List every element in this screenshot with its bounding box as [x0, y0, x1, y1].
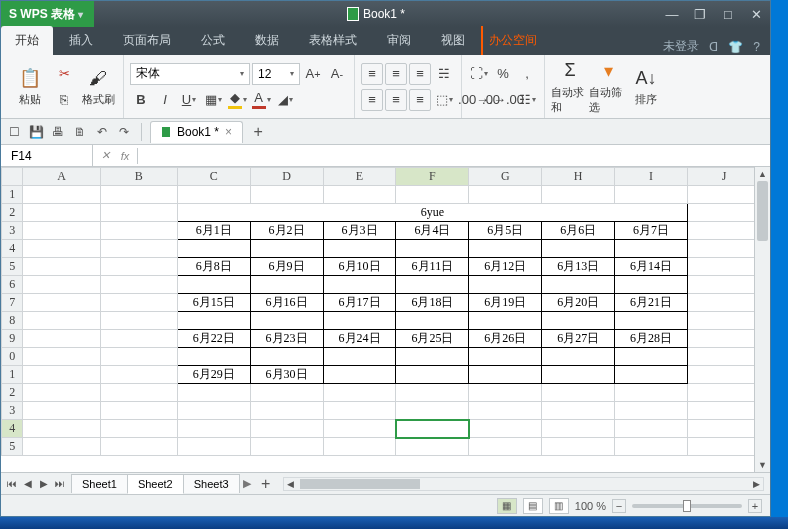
tab-insert[interactable]: 插入 — [55, 26, 107, 55]
cell[interactable]: 6月22日 — [177, 330, 250, 348]
cell[interactable]: 6月6日 — [542, 222, 615, 240]
restore-button[interactable]: ❐ — [686, 1, 714, 27]
tab-layout[interactable]: 页面布局 — [109, 26, 185, 55]
grid-wrap[interactable]: A B C D E F G H I J 1 2 6yue 3 6月1日 6月2日 — [1, 167, 754, 472]
font-size-select[interactable]: 12▾ — [252, 63, 300, 85]
italic-button[interactable]: I — [154, 89, 176, 111]
add-doc-tab-button[interactable]: + — [247, 121, 269, 143]
align-middle-button[interactable]: ≡ — [385, 63, 407, 85]
tab-data[interactable]: 数据 — [241, 26, 293, 55]
cell[interactable]: 6月10日 — [323, 258, 396, 276]
col-G[interactable]: G — [469, 168, 542, 186]
cell[interactable]: 6月25日 — [396, 330, 469, 348]
cell[interactable]: 6月29日 — [177, 366, 250, 384]
row-11[interactable]: 1 — [2, 366, 23, 384]
align-top-button[interactable]: ≡ — [361, 63, 383, 85]
fx-icon[interactable]: fx — [117, 148, 133, 164]
cell[interactable] — [396, 366, 469, 384]
windows-taskbar[interactable] — [0, 517, 788, 529]
tab-office-space[interactable]: 办公空间 — [481, 26, 551, 55]
add-sheet-button[interactable]: + — [255, 473, 277, 495]
active-cell-F14[interactable] — [396, 420, 469, 438]
tab-formula[interactable]: 公式 — [187, 26, 239, 55]
tab-view[interactable]: 视图 — [427, 26, 479, 55]
normal-view-button[interactable]: ▦ — [497, 498, 517, 514]
shirt-icon[interactable]: 👕 — [728, 40, 743, 54]
cell[interactable]: 6月11日 — [396, 258, 469, 276]
tab-table-style[interactable]: 表格样式 — [295, 26, 371, 55]
cell[interactable]: 6月14日 — [615, 258, 688, 276]
col-F[interactable]: F — [396, 168, 469, 186]
row-2[interactable]: 2 — [2, 204, 23, 222]
cut-button[interactable]: ✂ — [53, 63, 75, 85]
cell[interactable] — [542, 366, 615, 384]
cell[interactable]: 6月7日 — [615, 222, 688, 240]
scroll-left-icon[interactable]: ◀ — [284, 478, 298, 490]
save-icon[interactable]: 💾 — [27, 123, 45, 141]
cell[interactable]: 6月21日 — [615, 294, 688, 312]
cell[interactable]: 6月18日 — [396, 294, 469, 312]
cell[interactable]: 6月15日 — [177, 294, 250, 312]
first-sheet-icon[interactable]: ⏮ — [5, 477, 19, 491]
table-title[interactable]: 6yue — [177, 204, 687, 222]
col-I[interactable]: I — [615, 168, 688, 186]
last-sheet-icon[interactable]: ⏭ — [53, 477, 67, 491]
row-4[interactable]: 4 — [2, 240, 23, 258]
scroll-up-icon[interactable]: ▲ — [755, 167, 770, 181]
font-color-button[interactable]: A▾ — [250, 89, 272, 111]
cell[interactable]: 6月16日 — [250, 294, 323, 312]
row-9[interactable]: 9 — [2, 330, 23, 348]
sheet-tab-1[interactable]: Sheet1 — [71, 474, 128, 493]
col-A[interactable]: A — [23, 168, 100, 186]
row-13[interactable]: 3 — [2, 402, 23, 420]
cell[interactable]: 6月27日 — [542, 330, 615, 348]
align-center-button[interactable]: ≡ — [385, 89, 407, 111]
row-8[interactable]: 8 — [2, 312, 23, 330]
merge-cells-button[interactable]: ⬚▾ — [433, 89, 455, 111]
currency-button[interactable]: ⛶▾ — [468, 63, 490, 85]
increase-font-button[interactable]: A+ — [302, 63, 324, 85]
sheet-tab-2[interactable]: Sheet2 — [127, 474, 184, 494]
scroll-right-icon[interactable]: ▶ — [749, 478, 763, 490]
cell[interactable]: 6月5日 — [469, 222, 542, 240]
skin-icon[interactable]: ᗡ — [709, 40, 718, 54]
cell[interactable] — [615, 366, 688, 384]
page-break-view-button[interactable]: ▥ — [549, 498, 569, 514]
sheet-tab-3[interactable]: Sheet3 — [183, 474, 240, 493]
vertical-scrollbar[interactable]: ▲ ▼ — [754, 167, 770, 472]
row-3[interactable]: 3 — [2, 222, 23, 240]
undo-icon[interactable]: ↶ — [93, 123, 111, 141]
cell[interactable]: 6月2日 — [250, 222, 323, 240]
redo-icon[interactable]: ↷ — [115, 123, 133, 141]
doc-tab-close-icon[interactable]: × — [225, 125, 232, 139]
cell[interactable] — [323, 366, 396, 384]
prev-sheet-icon[interactable]: ◀ — [21, 477, 35, 491]
col-B[interactable]: B — [100, 168, 177, 186]
zoom-slider-knob[interactable] — [683, 500, 691, 512]
print-preview-icon[interactable]: 🗎 — [71, 123, 89, 141]
row-15[interactable]: 5 — [2, 438, 23, 456]
cell[interactable]: 6月30日 — [250, 366, 323, 384]
cell[interactable]: 6月9日 — [250, 258, 323, 276]
zoom-out-button[interactable]: − — [612, 499, 626, 513]
cell[interactable]: 6月3日 — [323, 222, 396, 240]
sort-button[interactable]: A↓ 排序 — [627, 66, 665, 107]
help-icon[interactable]: ? — [753, 40, 760, 54]
format-painter-button[interactable]: 🖌 格式刷 — [79, 66, 117, 107]
cell[interactable]: 6月26日 — [469, 330, 542, 348]
comma-button[interactable]: , — [516, 63, 538, 85]
cell[interactable]: 6月24日 — [323, 330, 396, 348]
v-scroll-thumb[interactable] — [757, 181, 768, 241]
app-menu-drop-icon[interactable]: ▾ — [75, 9, 86, 20]
copy-button[interactable]: ⎘ — [53, 89, 75, 111]
row-1[interactable]: 1 — [2, 186, 23, 204]
new-doc-icon[interactable]: ☐ — [5, 123, 23, 141]
cell[interactable] — [469, 366, 542, 384]
select-all-corner[interactable] — [2, 168, 23, 186]
cancel-fx-icon[interactable]: ✕ — [97, 148, 113, 164]
tab-home[interactable]: 开始 — [1, 26, 53, 55]
underline-button[interactable]: U▾ — [178, 89, 200, 111]
row-10[interactable]: 0 — [2, 348, 23, 366]
row-14[interactable]: 4 — [2, 420, 23, 438]
h-scroll-thumb[interactable] — [300, 479, 420, 489]
